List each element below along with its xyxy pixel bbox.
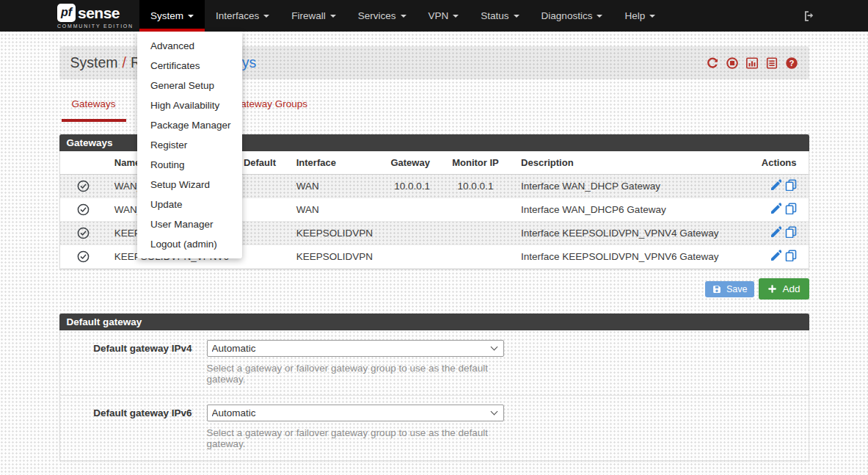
check-circle-icon <box>60 198 107 222</box>
gateway-address <box>380 222 437 245</box>
col-monitor-ip: Monitor IP <box>437 151 514 175</box>
top-navbar: pf sense COMMUNITY EDITION System Interf… <box>0 0 868 32</box>
menu-interfaces-label: Interfaces <box>216 10 259 21</box>
form-row-ipv6: Default gateway IPv6 Automatic Select a … <box>60 395 809 460</box>
col-gateway: Gateway <box>380 151 437 175</box>
menu-firewall-label: Firewall <box>291 10 326 21</box>
add-button-label: Add <box>782 283 800 294</box>
caret-down-icon <box>514 15 519 18</box>
gateway-default <box>236 198 289 222</box>
col-status <box>60 151 107 175</box>
log-file-icon[interactable] <box>765 57 778 70</box>
caret-down-icon <box>649 15 655 18</box>
bar-chart-icon[interactable] <box>745 57 759 70</box>
gateway-description: Interface KEEPSOLIDVPN_VPNV6 Gateway <box>514 245 753 269</box>
caret-down-icon <box>597 15 602 18</box>
gateway-description: Interface WAN_DHCP6 Gateway <box>514 198 753 222</box>
system-menu-advanced[interactable]: Advanced <box>137 36 242 56</box>
stop-circle-icon[interactable] <box>726 57 739 70</box>
menu-services[interactable]: Services <box>347 0 417 32</box>
col-description: Description <box>514 151 753 175</box>
system-menu-package-manager[interactable]: Package Manager <box>137 115 242 135</box>
caret-down-icon <box>401 15 406 18</box>
menu-vpn[interactable]: VPN <box>417 0 470 32</box>
save-button-label: Save <box>726 284 748 294</box>
gateway-description: Interface KEEPSOLIDVPN_VPNV4 Gateway <box>514 222 753 245</box>
gateway-description: Interface WAN_DHCP Gateway <box>514 175 753 198</box>
copy-icon[interactable] <box>785 203 797 214</box>
check-circle-icon <box>60 175 107 198</box>
default-gateway-ipv4-select[interactable]: Automatic <box>207 340 504 357</box>
sign-out-icon[interactable] <box>801 10 814 23</box>
pf-logo-icon: pf <box>57 4 76 22</box>
menu-system[interactable]: System <box>139 0 205 32</box>
gateway-default <box>236 175 289 198</box>
system-menu-update[interactable]: Update <box>137 195 242 214</box>
add-button[interactable]: Add <box>759 278 809 300</box>
menu-help-label: Help <box>624 10 645 21</box>
brand-subtitle: COMMUNITY EDITION <box>57 23 134 29</box>
copy-icon[interactable] <box>785 250 797 261</box>
check-circle-icon <box>60 245 107 269</box>
system-menu-routing[interactable]: Routing <box>137 155 242 175</box>
caret-down-icon <box>330 15 336 18</box>
menu-system-label: System <box>150 10 183 21</box>
menu-help[interactable]: Help <box>613 0 666 32</box>
caret-down-icon <box>263 15 269 18</box>
menu-status-label: Status <box>481 10 508 21</box>
gateway-interface: WAN <box>289 198 380 222</box>
system-menu-register[interactable]: Register <box>137 135 242 155</box>
plus-icon <box>767 284 777 294</box>
system-menu-high-availability[interactable]: High Availability <box>137 95 242 115</box>
copy-icon[interactable] <box>785 179 797 191</box>
edit-pencil-icon[interactable] <box>770 226 781 238</box>
svg-text:?: ? <box>789 58 794 67</box>
main-menu: System Interfaces Firewall Services VPN … <box>139 0 666 32</box>
system-menu-certificates[interactable]: Certificates <box>137 56 242 76</box>
menu-status[interactable]: Status <box>470 0 530 32</box>
default-gateway-ipv4-label: Default gateway IPv4 <box>60 340 192 385</box>
gateway-default <box>236 245 289 269</box>
edit-pencil-icon[interactable] <box>770 250 781 261</box>
system-menu-setup-wizard[interactable]: Setup Wizard <box>137 175 242 195</box>
menu-diagnostics-label: Diagnostics <box>541 10 593 21</box>
tab-gateways[interactable]: Gateways <box>62 95 126 122</box>
edit-pencil-icon[interactable] <box>770 179 781 191</box>
brand-name: sense <box>78 5 120 21</box>
default-gateway-ipv6-select[interactable]: Automatic <box>207 405 504 421</box>
gateway-address <box>380 245 437 269</box>
check-circle-icon <box>60 222 107 245</box>
form-row-ipv4: Default gateway IPv4 Automatic Select a … <box>60 331 809 395</box>
save-button[interactable]: Save <box>705 281 755 297</box>
breadcrumb-separator: / <box>118 54 131 70</box>
default-gateway-ipv6-help: Select a gateway or failover gateway gro… <box>207 427 504 449</box>
gateway-interface: WAN <box>289 175 380 198</box>
menu-diagnostics[interactable]: Diagnostics <box>530 0 614 32</box>
help-icon[interactable]: ? <box>785 57 798 70</box>
system-menu-general-setup[interactable]: General Setup <box>137 76 242 95</box>
gateway-monitor-ip: 10.0.0.1 <box>437 175 514 198</box>
system-menu-logout[interactable]: Logout (admin) <box>137 234 242 254</box>
menu-vpn-label: VPN <box>428 10 449 21</box>
edit-pencil-icon[interactable] <box>770 203 781 214</box>
gateway-interface: KEEPSOLIDVPN <box>289 245 380 269</box>
pfsense-logo[interactable]: pf sense COMMUNITY EDITION <box>57 0 134 32</box>
gateway-interface: KEEPSOLIDVPN <box>289 222 380 245</box>
default-gateway-ipv6-label: Default gateway IPv6 <box>60 405 192 449</box>
default-gateway-ipv4-help: Select a gateway or failover gateway gro… <box>207 363 504 385</box>
menu-firewall[interactable]: Firewall <box>280 0 347 32</box>
menu-services-label: Services <box>358 10 396 21</box>
menu-interfaces[interactable]: Interfaces <box>205 0 280 32</box>
system-menu-user-manager[interactable]: User Manager <box>137 214 242 234</box>
gateway-address: 10.0.0.1 <box>380 175 437 198</box>
gateway-monitor-ip <box>437 222 514 245</box>
floppy-icon <box>712 285 721 294</box>
gateway-address <box>380 198 437 222</box>
breadcrumb-system: System <box>70 54 118 70</box>
caret-down-icon <box>188 15 194 18</box>
default-gateway-panel: Default gateway Default gateway IPv4 Aut… <box>59 313 809 461</box>
gateway-default <box>236 222 289 245</box>
refresh-icon[interactable] <box>706 57 719 70</box>
copy-icon[interactable] <box>785 226 797 238</box>
caret-down-icon <box>453 15 459 18</box>
